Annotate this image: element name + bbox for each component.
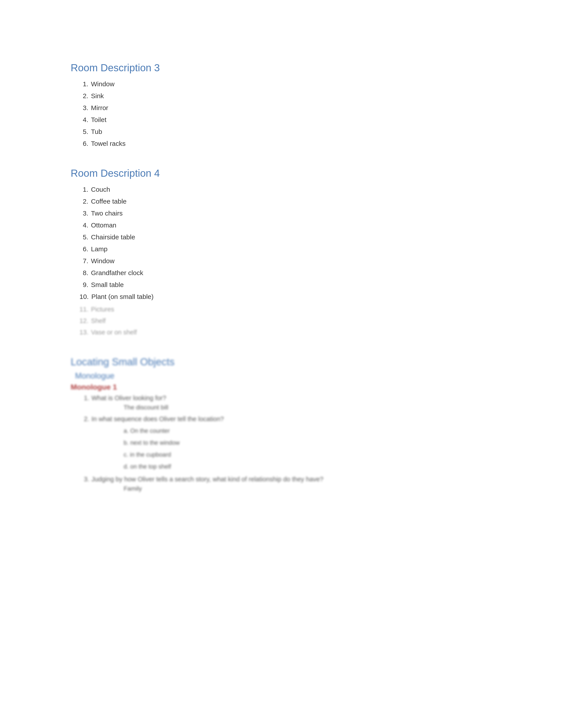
question-1: 1. What is Oliver looking for? The disco… xyxy=(71,394,492,411)
list-item: 5.Tub xyxy=(79,126,492,138)
list-item: 1.Window xyxy=(79,78,492,90)
list-item: 11.Pictures xyxy=(71,304,492,315)
blurred-extra-items: 11.Pictures 12.Shelf 13.Vase or on shelf xyxy=(71,304,492,338)
question-3-answer: Family xyxy=(124,485,492,492)
list-item: 2.Coffee table xyxy=(79,195,492,207)
list-item: 6.Towel racks xyxy=(79,138,492,150)
list-item: 1.Couch xyxy=(79,184,492,195)
option-c: c. in the cupboard xyxy=(124,449,492,461)
room-description-4-title: Room Description 4 xyxy=(71,167,492,179)
room-description-3-title: Room Description 3 xyxy=(71,62,492,74)
list-item: 4.Toilet xyxy=(79,114,492,126)
option-b: b. next to the window xyxy=(124,437,492,449)
question-2: 2. In what sequence does Oliver tell the… xyxy=(71,415,492,473)
list-item: 2.Sink xyxy=(79,90,492,102)
option-a: a. On the counter xyxy=(124,425,492,437)
room-description-3-section: Room Description 3 1.Window 2.Sink 3.Mir… xyxy=(71,62,492,150)
locating-small-objects-title: Locating Small Objects xyxy=(71,356,492,368)
room-description-3-list: 1.Window 2.Sink 3.Mirror 4.Toilet 5.Tub … xyxy=(71,78,492,150)
room-description-4-section: Room Description 4 1.Couch 2.Coffee tabl… xyxy=(71,167,492,338)
list-item: 5.Chairside table xyxy=(79,231,492,243)
list-item: 10.Plant (on small table) xyxy=(79,291,492,303)
option-d: d. on the top shelf xyxy=(124,461,492,473)
question-3: 3. Judging by how Oliver tells a search … xyxy=(71,476,492,492)
locating-small-objects-section: Locating Small Objects Monologue Monolog… xyxy=(71,356,492,492)
question-2-text: 2. In what sequence does Oliver tell the… xyxy=(84,415,492,423)
list-item: 3.Mirror xyxy=(79,102,492,114)
question-1-text: 1. What is Oliver looking for? xyxy=(84,394,492,402)
list-item: 12.Shelf xyxy=(71,315,492,326)
list-item: 13.Vase or on shelf xyxy=(71,326,492,338)
list-item: 8.Grandfather clock xyxy=(79,267,492,279)
question-1-answer: The discount bill xyxy=(124,404,492,411)
monologue-1-label: Monologue 1 xyxy=(71,383,492,391)
list-item: 4.Ottoman xyxy=(79,219,492,231)
list-item: 7.Window xyxy=(79,255,492,267)
question-2-options: a. On the counter b. next to the window … xyxy=(124,425,492,473)
room-description-4-list: 1.Couch 2.Coffee table 3.Two chairs 4.Ot… xyxy=(71,184,492,303)
question-3-text: 3. Judging by how Oliver tells a search … xyxy=(84,476,492,483)
list-item: 6.Lamp xyxy=(79,243,492,255)
list-item: 3.Two chairs xyxy=(79,207,492,219)
monologue-subtitle: Monologue xyxy=(75,371,492,381)
list-item: 9.Small table xyxy=(79,279,492,291)
